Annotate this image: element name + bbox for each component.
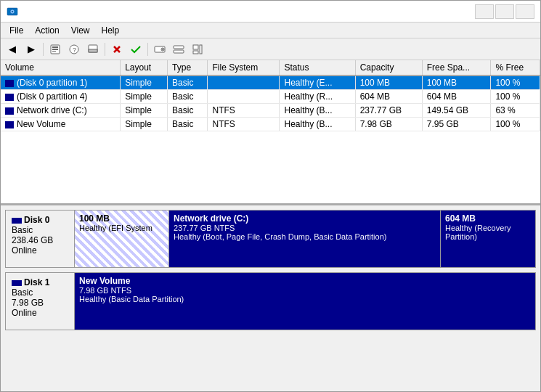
table-cell: NTFS: [208, 118, 280, 131]
disk-1-icon: [12, 280, 22, 286]
disk-0-row: Disk 0 Basic 238.46 GB Online 100 MB Hea…: [5, 210, 536, 268]
toolbar-sep-3: [147, 43, 148, 56]
svg-rect-5: [52, 49, 58, 50]
toolbar: ◀ ▶ ?: [1, 38, 540, 60]
table-cell: Healthy (B...: [280, 118, 355, 131]
disk-1-partitions: New Volume 7.98 GB NTFS Healthy (Basic D…: [75, 273, 535, 330]
table-cell: 237.77 GB: [355, 104, 422, 118]
table-cell: Basic: [168, 75, 208, 90]
disk-1-newvol-partition[interactable]: New Volume 7.98 GB NTFS Healthy (Basic D…: [75, 273, 535, 330]
table-cell: Healthy (B...: [280, 104, 355, 118]
col-type[interactable]: Type: [168, 60, 208, 75]
disk-1-row: Disk 1 Basic 7.98 GB Online New Volume 7…: [5, 272, 536, 330]
delete-button[interactable]: [108, 41, 126, 57]
disk-0-c-partition[interactable]: Network drive (C:) 237.77 GB NTFS Health…: [169, 211, 441, 267]
svg-rect-18: [200, 45, 202, 54]
menu-view[interactable]: View: [65, 24, 96, 36]
disk-0-efi-partition[interactable]: 100 MB Healthy (EFI System: [75, 211, 169, 267]
table-cell: 100 %: [491, 75, 540, 90]
disk-0-type: Basic: [12, 225, 68, 235]
disk-add-button[interactable]: [151, 41, 168, 57]
table-cell: Healthy (E...: [280, 75, 355, 90]
table-cell: [208, 75, 280, 90]
snap-button[interactable]: [189, 41, 206, 57]
menu-action[interactable]: Action: [29, 24, 65, 36]
volume-icon: [5, 121, 14, 128]
volume-icon: [5, 94, 14, 101]
disk-0-label: Disk 0 Basic 238.46 GB Online: [6, 211, 75, 267]
menubar: File Action View Help: [1, 23, 540, 38]
close-button[interactable]: [516, 4, 534, 19]
disk-1-name: Disk 1: [12, 277, 68, 287]
table-cell: Healthy (R...: [280, 90, 355, 104]
col-status[interactable]: Status: [280, 60, 355, 75]
forward-button[interactable]: ▶: [23, 41, 40, 57]
disk-0-size: 238.46 GB: [12, 235, 68, 245]
col-volume[interactable]: Volume: [1, 60, 121, 75]
menu-file[interactable]: File: [4, 24, 29, 36]
disk-0-recovery-partition[interactable]: 604 MB Healthy (Recovery Partition): [441, 211, 535, 267]
check-button[interactable]: [127, 41, 145, 57]
volume-table: Volume Layout Type File System Status Ca…: [1, 60, 540, 131]
col-layout[interactable]: Layout: [121, 60, 168, 75]
table-cell: [208, 90, 280, 104]
svg-rect-4: [52, 46, 58, 48]
toolbar-sep-1: [43, 43, 44, 56]
help-button[interactable]: ?: [65, 41, 83, 57]
table-cell: Simple: [121, 90, 168, 104]
svg-rect-14: [174, 46, 184, 49]
newvol-status: Healthy (Basic Data Partition): [79, 295, 531, 303]
table-cell: 149.54 GB: [422, 104, 491, 118]
volume-table-pane: Volume Layout Type File System Status Ca…: [1, 60, 540, 205]
disk-0-name: Disk 0: [12, 215, 68, 225]
col-filesystem[interactable]: File System: [208, 60, 280, 75]
newvol-name: New Volume: [79, 276, 531, 286]
table-cell: NTFS: [208, 104, 280, 118]
col-freespace[interactable]: Free Spa...: [422, 60, 491, 75]
svg-rect-10: [89, 49, 97, 52]
volume-icon: [5, 107, 14, 115]
col-percentfree[interactable]: % Free: [491, 60, 540, 75]
svg-rect-6: [52, 51, 56, 52]
table-cell: 63 %: [491, 104, 540, 118]
toolbar-sep-2: [105, 43, 105, 56]
disk-1-status: Online: [12, 308, 68, 318]
table-cell: Basic: [168, 118, 208, 131]
disk-mgmt-icon: [7, 6, 18, 17]
table-cell: 7.98 GB: [355, 118, 422, 131]
table-row[interactable]: (Disk 0 partition 4)SimpleBasicHealthy (…: [1, 90, 540, 104]
table-cell: 100 MB: [422, 75, 491, 90]
disk-0-icon: [12, 218, 22, 224]
table-row[interactable]: Network drive (C:)SimpleBasicNTFSHealthy…: [1, 104, 540, 118]
svg-point-13: [162, 49, 163, 50]
disk-map-pane: Disk 0 Basic 238.46 GB Online 100 MB Hea…: [1, 205, 540, 391]
disk-1-size: 7.98 GB: [12, 298, 68, 308]
minimize-button[interactable]: [475, 4, 494, 19]
disk-view-button[interactable]: [170, 41, 187, 57]
table-row[interactable]: New VolumeSimpleBasicNTFSHealthy (B...7.…: [1, 118, 540, 131]
shrink-button[interactable]: [84, 41, 102, 57]
disk-management-window: File Action View Help ◀ ▶ ?: [0, 0, 541, 392]
properties-button[interactable]: [46, 41, 64, 57]
table-cell: Basic: [168, 104, 208, 118]
menu-help[interactable]: Help: [96, 24, 126, 36]
col-capacity[interactable]: Capacity: [355, 60, 422, 75]
content-area: Volume Layout Type File System Status Ca…: [1, 60, 540, 391]
disk-0-status: Online: [12, 245, 68, 256]
table-row[interactable]: (Disk 0 partition 1)SimpleBasicHealthy (…: [1, 75, 540, 90]
newvol-size: 7.98 GB NTFS: [79, 286, 531, 295]
table-cell: 100 %: [491, 118, 540, 131]
svg-rect-16: [193, 45, 198, 49]
maximize-button[interactable]: [495, 4, 514, 19]
disk-1-label: Disk 1 Basic 7.98 GB Online: [6, 273, 75, 330]
table-cell: 100 MB: [355, 75, 422, 90]
c-status: Healthy (Boot, Page File, Crash Dump, Ba…: [174, 232, 436, 241]
svg-rect-15: [174, 50, 184, 53]
volume-cell: New Volume: [1, 118, 121, 131]
table-cell: 604 MB: [422, 90, 491, 104]
title-bar: [1, 1, 540, 23]
table-cell: Simple: [121, 104, 168, 118]
back-button[interactable]: ◀: [4, 41, 21, 57]
table-cell: Basic: [168, 90, 208, 104]
table-cell: 7.95 GB: [422, 118, 491, 131]
